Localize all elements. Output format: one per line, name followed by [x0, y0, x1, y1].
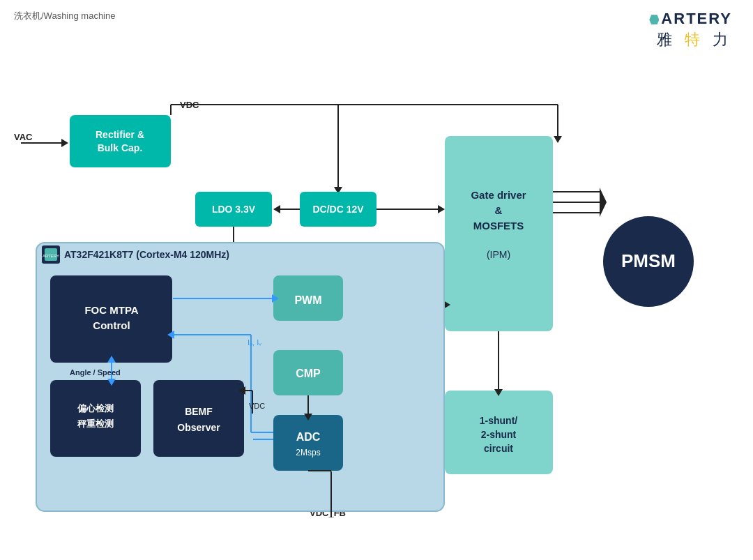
svg-text:(IPM): (IPM)	[487, 249, 510, 260]
svg-text:VAC: VAC	[14, 132, 33, 142]
svg-text:FOC MTPA: FOC MTPA	[84, 304, 138, 316]
svg-text:2-shunt: 2-shunt	[481, 429, 517, 440]
svg-text:BEMF: BEMF	[185, 406, 213, 417]
svg-text:PMSM: PMSM	[621, 250, 676, 271]
svg-rect-70	[273, 415, 343, 471]
svg-text:&: &	[495, 204, 503, 216]
svg-text:Bulk Cap.: Bulk Cap.	[98, 142, 143, 153]
svg-rect-63	[153, 380, 244, 457]
svg-text:Rectifier &: Rectifier &	[96, 129, 144, 140]
svg-text:秤重检测: 秤重检测	[77, 418, 114, 429]
svg-text:1-shunt/: 1-shunt/	[480, 415, 518, 426]
svg-text:circuit: circuit	[484, 443, 513, 454]
svg-text:PWM: PWM	[294, 294, 321, 306]
svg-text:DC/DC 12V: DC/DC 12V	[312, 204, 364, 215]
svg-text:Gate driver: Gate driver	[471, 189, 526, 201]
svg-marker-33	[600, 188, 607, 217]
svg-text:VDC: VDC	[249, 402, 265, 410]
svg-marker-10	[554, 136, 562, 143]
svg-rect-23	[445, 136, 553, 331]
svg-text:偏心检测: 偏心检测	[77, 403, 114, 414]
svg-text:Observer: Observer	[177, 422, 220, 433]
svg-text:Iᵤ, Iᵥ: Iᵤ, Iᵥ	[248, 338, 262, 347]
svg-text:CMP: CMP	[296, 368, 321, 379]
svg-text:MOSFETS: MOSFETS	[473, 220, 524, 232]
diagram-svg: VAC Rectifier & Bulk Cap. VDC DC/DC 12V …	[0, 35, 753, 560]
svg-text:AT32F421K8T7 (Cortex-M4 120MHz: AT32F421K8T7 (Cortex-M4 120MHz)	[64, 249, 229, 260]
artery-logo: ARTERY	[649, 10, 732, 28]
svg-text:Control: Control	[93, 319, 130, 331]
svg-marker-16	[273, 205, 280, 213]
svg-text:2Msps: 2Msps	[296, 448, 320, 457]
svg-marker-22	[438, 205, 445, 213]
svg-text:ADC: ADC	[296, 431, 321, 443]
svg-marker-1	[61, 139, 68, 147]
breadcrumb: 洗衣机/Washing machine	[14, 10, 115, 22]
svg-text:Angle / Speed: Angle / Speed	[70, 368, 121, 377]
svg-text:ARTERY: ARTERY	[43, 254, 59, 258]
svg-rect-3	[70, 115, 171, 167]
svg-text:LDO 3.3V: LDO 3.3V	[212, 204, 256, 215]
